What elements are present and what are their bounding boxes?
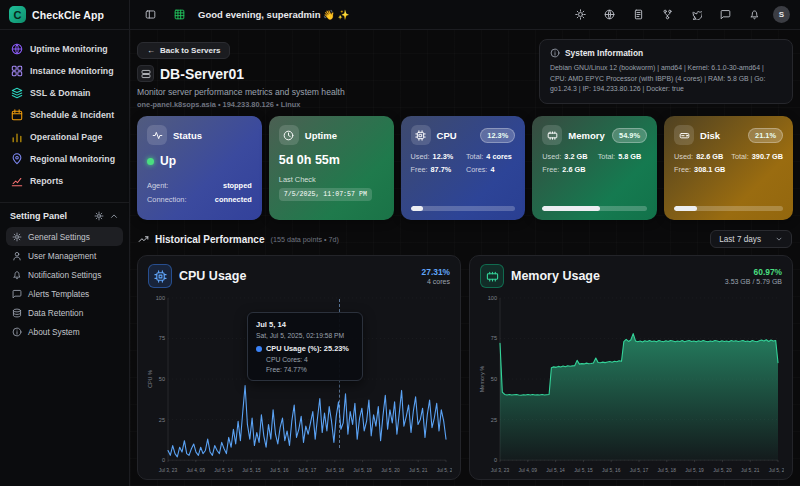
tooltip-date: Jul 5, 14 — [256, 320, 354, 329]
cpu-icon — [411, 125, 431, 145]
sidebar: C CheckCle App Uptime Monitoring Instanc… — [0, 0, 130, 486]
calendar-icon — [11, 109, 23, 121]
info-icon — [12, 327, 22, 337]
user-avatar[interactable]: S — [773, 6, 790, 23]
svg-text:100: 100 — [156, 295, 165, 301]
message-icon — [12, 289, 22, 299]
svg-text:Jul 5, 21: Jul 5, 21 — [741, 468, 760, 473]
sidebar-item-instance-monitoring[interactable]: Instance Monitoring — [6, 60, 123, 82]
svg-text:50: 50 — [159, 376, 165, 382]
cpu-chart-area[interactable]: 0255075100Jul 3, 23Jul 4, 09Jul 5, 14Jul… — [146, 290, 452, 476]
disk-card[interactable]: Disk 21.1% Used:82.6 GB Total:390.7 GB F… — [664, 116, 793, 220]
agent-status: stopped — [223, 181, 252, 190]
settings-item-data-retention[interactable]: Data Retention — [6, 303, 123, 322]
svg-text:Jul 5, 19: Jul 5, 19 — [353, 468, 372, 473]
svg-text:Jul 5, 23: Jul 5, 23 — [437, 468, 452, 473]
globe-icon — [11, 43, 23, 55]
back-to-servers-button[interactable]: ← Back to Servers — [137, 42, 230, 59]
chevron-up-icon — [109, 211, 119, 221]
memory-chart-area[interactable]: 0255075100Jul 3, 23Jul 4, 09Jul 5, 14Jul… — [478, 290, 784, 476]
settings-item-label: Alerts Templates — [28, 289, 89, 299]
sidebar-item-ssl-domain[interactable]: SSL & Domain — [6, 82, 123, 104]
info-icon — [550, 48, 560, 58]
docs-icon[interactable] — [628, 5, 648, 25]
theme-sun-icon[interactable] — [570, 5, 590, 25]
svg-text:25: 25 — [159, 417, 165, 423]
user-icon — [12, 251, 22, 261]
disk-badge: 21.1% — [748, 128, 783, 143]
svg-text:Jul 5, 19: Jul 5, 19 — [685, 468, 704, 473]
sidebar-item-uptime-monitoring[interactable]: Uptime Monitoring — [6, 38, 123, 60]
svg-text:Jul 3, 23: Jul 3, 23 — [491, 468, 510, 473]
svg-text:Jul 5, 16: Jul 5, 16 — [270, 468, 289, 473]
sidebar-item-label: Schedule & Incident — [30, 110, 114, 120]
cpu-card[interactable]: CPU 12.3% Used:12.3% Total:4 cores Free:… — [401, 116, 526, 220]
sidebar-item-label: Reports — [30, 176, 63, 186]
svg-text:Memory %: Memory % — [479, 366, 485, 392]
sidebar-item-operational-page[interactable]: Operational Page — [6, 126, 123, 148]
settings-item-label: User Management — [28, 251, 96, 261]
svg-text:Jul 5, 14: Jul 5, 14 — [214, 468, 233, 473]
table-grid-icon[interactable] — [169, 5, 189, 25]
tooltip-free: Free: 74.77% — [266, 366, 354, 373]
layers-icon — [11, 87, 23, 99]
gear-icon — [94, 211, 104, 221]
tooltip-full-date: Sat, Jul 5, 2025, 02:19:58 PM — [256, 332, 354, 339]
memory-card[interactable]: Memory 54.9% Used:3.2 GB Total:5.8 GB Fr… — [532, 116, 657, 220]
memory-chart-svg: 0255075100Jul 3, 23Jul 4, 09Jul 5, 14Jul… — [478, 290, 784, 476]
setting-panel-header[interactable]: Setting Panel — [0, 202, 129, 225]
sidebar-item-label: Instance Monitoring — [30, 66, 114, 76]
memory-chart-title: Memory Usage — [511, 269, 600, 283]
settings-item-label: Notification Settings — [28, 270, 101, 280]
settings-item-label: Data Retention — [28, 308, 83, 318]
settings-item-about[interactable]: About System — [6, 322, 123, 341]
uptime-card[interactable]: Uptime 5d 0h 55m Last Check 7/5/2025, 11… — [269, 116, 394, 220]
time-range-select[interactable]: Last 7 days — [710, 230, 792, 248]
cpu-badge: 12.3% — [480, 128, 515, 143]
cpu-usage-chart-card: CPU Usage 27.31% 4 cores 0255075100Jul 3… — [137, 255, 461, 480]
sidebar-item-regional-monitoring[interactable]: Regional Monitoring — [6, 148, 123, 170]
historical-meta: (155 data points • 7d) — [271, 235, 339, 244]
svg-text:50: 50 — [491, 376, 497, 382]
sidebar-item-label: Uptime Monitoring — [30, 44, 108, 54]
git-fork-icon[interactable] — [657, 5, 677, 25]
sidebar-item-reports[interactable]: Reports — [6, 170, 123, 192]
svg-text:Jul 5, 20: Jul 5, 20 — [713, 468, 732, 473]
historical-header-row: Historical Performance (155 data points … — [138, 230, 792, 248]
map-pin-icon — [11, 153, 23, 165]
memory-usage-chart-card: Memory Usage 60.97% 3.53 GB / 5.79 GB 02… — [469, 255, 793, 480]
notifications-bell-icon[interactable] — [744, 5, 764, 25]
language-globe-icon[interactable] — [599, 5, 619, 25]
svg-text:Jul 5, 14: Jul 5, 14 — [546, 468, 565, 473]
settings-item-users[interactable]: User Management — [6, 246, 123, 265]
system-info-details: Debian GNU/Linux 12 (bookworm) | amd64 |… — [550, 63, 782, 95]
settings-item-notifications[interactable]: Notification Settings — [6, 265, 123, 284]
status-card[interactable]: Status Up Agent:stopped Connection:conne… — [137, 116, 262, 220]
memory-current-value: 60.97% — [725, 267, 782, 277]
svg-text:75: 75 — [491, 335, 497, 341]
page-header-row: ← Back to Servers DB-Server01 Monitor se… — [137, 39, 793, 109]
cpu-progress-bar — [411, 206, 516, 211]
boxes-icon — [11, 65, 23, 77]
memory-badge: 54.9% — [612, 128, 647, 143]
database-icon — [12, 308, 22, 318]
app-name: CheckCle App — [32, 9, 104, 21]
server-icon — [137, 65, 154, 82]
twitter-bird-icon[interactable] — [686, 5, 706, 25]
metric-cards-row: Status Up Agent:stopped Connection:conne… — [137, 116, 793, 220]
app-logo[interactable]: C CheckCle App — [0, 0, 129, 30]
sidebar-item-label: SSL & Domain — [30, 88, 90, 98]
sidebar-nav: Uptime Monitoring Instance Monitoring SS… — [0, 30, 129, 196]
system-info-title: System Information — [565, 48, 643, 58]
sidebar-toggle-icon[interactable] — [140, 5, 160, 25]
memory-usage-sub: 3.53 GB / 5.79 GB — [725, 278, 782, 285]
settings-item-alerts-templates[interactable]: Alerts Templates — [6, 284, 123, 303]
svg-text:CPU %: CPU % — [147, 370, 153, 388]
svg-text:Jul 5, 18: Jul 5, 18 — [326, 468, 345, 473]
svg-text:Jul 5, 21: Jul 5, 21 — [409, 468, 428, 473]
page-title: DB-Server01 — [160, 66, 244, 82]
bell-icon — [12, 270, 22, 280]
settings-item-general[interactable]: General Settings — [6, 227, 123, 246]
sidebar-item-schedule-incident[interactable]: Schedule & Incident — [6, 104, 123, 126]
feedback-message-icon[interactable] — [715, 5, 735, 25]
